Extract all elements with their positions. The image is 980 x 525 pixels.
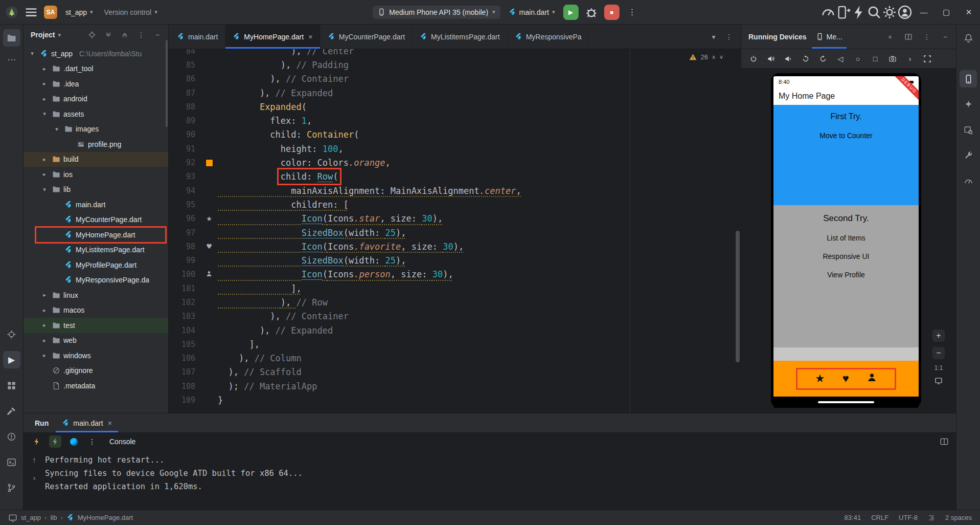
fit-to-screen-icon[interactable] <box>935 377 943 385</box>
hide-panel-icon[interactable]: − <box>151 28 164 41</box>
hide-panel-icon[interactable]: − <box>939 30 952 43</box>
overview-icon[interactable]: □ <box>868 52 882 66</box>
search-icon[interactable] <box>867 5 882 20</box>
vol-up-icon[interactable] <box>764 52 778 66</box>
code-line-89[interactable]: 89 flex: 1, <box>169 114 741 127</box>
code-text[interactable]: mainAxisAlignment: MainAxisAlignment.cen… <box>218 186 741 196</box>
layout-inspector-icon[interactable] <box>960 121 977 139</box>
debug-button[interactable] <box>583 5 599 20</box>
code-line-101[interactable]: 101 ], <box>169 281 741 295</box>
line-number[interactable]: 85 <box>169 60 200 70</box>
home-icon[interactable]: ○ <box>851 52 865 66</box>
tab-options-icon[interactable]: ⋮ <box>722 30 736 43</box>
window-layout-icon[interactable] <box>940 437 949 446</box>
line-number[interactable]: 101 <box>169 284 200 293</box>
line-number[interactable]: 95 <box>169 200 200 209</box>
running-devices-icon[interactable] <box>960 70 977 88</box>
run-tab-main-dart[interactable]: main.dart × <box>56 413 118 432</box>
tree-item-myresponsivepage-da[interactable]: MyResponsivePage.da <box>24 273 168 288</box>
tree-item-myhomepage-dart[interactable]: MyHomePage.dart <box>24 227 168 243</box>
editor-tab-myresponsivepa[interactable]: MyResponsivePa <box>508 25 589 49</box>
problems-icon[interactable] <box>3 428 20 445</box>
move-to-counter-button[interactable]: Move to Counter <box>773 132 919 140</box>
editor-tab-myhomepage-dart[interactable]: MyHomePage.dart× <box>225 25 320 49</box>
code-text[interactable]: ], <box>218 283 741 294</box>
editor-tab-main-dart[interactable]: main.dart <box>170 25 225 49</box>
code-text[interactable]: ), // Column <box>218 353 741 363</box>
services-icon[interactable] <box>3 377 20 394</box>
code-text[interactable]: Icon(Icons.person, size: 30), <box>218 269 741 279</box>
tree-item-macos[interactable]: ▸macos <box>24 303 168 318</box>
version-control-menu[interactable]: Version control ▾ <box>101 6 161 18</box>
code-line-105[interactable]: 105 ], <box>169 337 741 351</box>
code-text[interactable]: ), // Expanded <box>218 88 741 98</box>
code-line-99[interactable]: 99 SizedBox(width: 25), <box>169 253 741 267</box>
line-number[interactable]: 93 <box>169 172 200 181</box>
hot-restart-icon[interactable] <box>49 435 61 448</box>
tree-item-main-dart[interactable]: main.dart <box>24 197 168 212</box>
tree-item--gitignore[interactable]: .gitignore <box>24 363 168 379</box>
prev-warning-icon[interactable]: ∧ <box>712 54 716 60</box>
app-quality-insights-icon[interactable] <box>960 172 977 190</box>
phone-screen[interactable]: DEBUG 8:40 My Home Page <box>773 76 919 408</box>
chevron-right-icon[interactable]: ▸ <box>40 337 49 344</box>
code-line-100[interactable]: 100 Icon(Icons.person, size: 30), <box>169 268 741 281</box>
chevron-down-icon[interactable]: ▾ <box>40 186 49 193</box>
editor-scrollbar[interactable] <box>736 231 740 362</box>
expand-all-icon[interactable] <box>102 28 115 41</box>
settings-icon[interactable] <box>882 5 897 20</box>
star-gutter-icon[interactable]: ★ <box>200 215 218 223</box>
line-number[interactable]: 87 <box>169 89 200 98</box>
project-selector[interactable]: st_app ▾ <box>62 6 96 18</box>
line-number[interactable]: 91 <box>169 144 200 154</box>
gemini-icon[interactable] <box>960 96 977 113</box>
view-profile-button[interactable]: View Profile <box>773 271 919 279</box>
run-config-selector[interactable]: main.dart ▾ <box>506 6 558 18</box>
chevron-right-icon[interactable]: ▸ <box>40 171 49 178</box>
file-encoding[interactable]: UTF-8 <box>899 514 918 521</box>
line-number[interactable]: 96 <box>169 214 200 223</box>
code-line-85[interactable]: 85 ), // Padding <box>169 58 741 72</box>
code-text[interactable]: ], <box>218 339 741 349</box>
line-number[interactable]: 104 <box>169 326 200 335</box>
tree-item-web[interactable]: ▸web <box>24 333 168 348</box>
responsive-ui-button[interactable]: Responsive UI <box>773 252 919 260</box>
close-button[interactable]: ✕ <box>958 0 980 25</box>
build-icon[interactable] <box>3 402 20 420</box>
tree-item-mylistitemspage-dart[interactable]: MyListitemsPage.dart <box>24 243 168 258</box>
console-view-label[interactable]: Console <box>109 438 135 446</box>
line-number[interactable]: 97 <box>169 228 200 237</box>
rotate-l-icon[interactable] <box>799 52 813 66</box>
line-number[interactable]: 109 <box>169 396 200 405</box>
gesture-pill[interactable] <box>818 401 874 403</box>
tree-item-assets[interactable]: ▾assets <box>24 106 168 122</box>
code-text[interactable]: ), // Container <box>218 311 741 321</box>
profiler-icon[interactable] <box>821 5 836 20</box>
chevron-right-icon[interactable]: › <box>33 473 36 482</box>
add-device-icon[interactable]: + <box>883 30 897 43</box>
terminal-icon[interactable] <box>3 453 20 471</box>
scroll-to-top-icon[interactable]: ↑ <box>32 455 36 464</box>
code-text[interactable]: children: [ <box>218 200 741 210</box>
code-line-92[interactable]: 92 color: Colors.orange, <box>169 156 741 169</box>
next-warning-icon[interactable]: ∨ <box>719 54 723 60</box>
code-text[interactable]: color: Colors.orange, <box>218 158 741 168</box>
code-line-103[interactable]: 103 ), // Container <box>169 310 741 323</box>
star-icon[interactable]: ★ <box>815 372 825 385</box>
code-line-93[interactable]: 93 child: Row( <box>169 170 741 184</box>
more-options-icon[interactable]: ⋮ <box>134 28 148 41</box>
chevron-right-icon[interactable]: ▸ <box>40 307 49 314</box>
run-icon[interactable]: ▶ <box>3 351 20 368</box>
code-line-107[interactable]: 107 ), // Scaffold <box>169 365 741 379</box>
tree-item-myprofilepage-dart[interactable]: MyProfilePage.dart <box>24 257 168 273</box>
tree-item-images[interactable]: ▾images <box>24 122 168 137</box>
chevron-down-icon[interactable]: ▾ <box>52 126 61 133</box>
chevron-right-icon[interactable]: ▸ <box>40 322 49 329</box>
code-line-97[interactable]: 97 SizedBox(width: 25), <box>169 226 741 239</box>
code-text[interactable]: Icon(Icons.star, size: 30), <box>218 213 741 224</box>
close-tab-icon[interactable]: × <box>308 32 313 41</box>
hidden-tabs-icon[interactable]: ▾ <box>707 30 720 43</box>
vol-down-icon[interactable] <box>781 52 795 66</box>
code-line-108[interactable]: 108 ); // MaterialApp <box>169 379 741 393</box>
code-line-88[interactable]: 88 Expanded( <box>169 100 741 114</box>
